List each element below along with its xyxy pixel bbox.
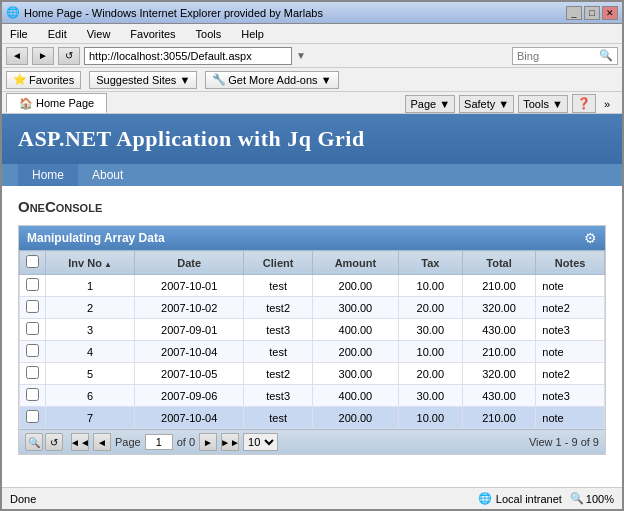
row-checkbox[interactable]	[20, 407, 46, 429]
close-button[interactable]: ✕	[602, 6, 618, 20]
page-content: ASP.NET Application with Jq Grid Home Ab…	[2, 114, 622, 487]
table-row[interactable]: 2 2007-10-02 test2 300.00 20.00 320.00 n…	[20, 297, 605, 319]
row-total: 210.00	[462, 407, 536, 429]
pager-page-input[interactable]	[145, 434, 173, 450]
row-notes: note	[536, 407, 605, 429]
pager-left-icons: 🔍 ↺	[25, 433, 63, 451]
page-heading: OneConsole	[18, 198, 606, 215]
suggested-sites-button[interactable]: Suggested Sites ▼	[89, 71, 197, 89]
pager-edit-icon[interactable]: ↺	[45, 433, 63, 451]
table-row[interactable]: 4 2007-10-04 test 200.00 10.00 210.00 no…	[20, 341, 605, 363]
row-checkbox[interactable]	[20, 275, 46, 297]
tools-menu[interactable]: Tools ▼	[518, 95, 568, 113]
grid-thead: Inv No▲ Date Client Amount Tax Total Not…	[20, 251, 605, 275]
row-client: test	[244, 275, 313, 297]
row-total: 430.00	[462, 319, 536, 341]
menu-file[interactable]: File	[6, 26, 32, 42]
app-nav: Home About	[2, 164, 622, 186]
row-date: 2007-10-05	[135, 363, 244, 385]
col-header-date[interactable]: Date	[135, 251, 244, 275]
zone-icon: 🌐	[478, 492, 492, 505]
row-notes: note3	[536, 319, 605, 341]
menu-edit[interactable]: Edit	[44, 26, 71, 42]
row-checkbox[interactable]	[20, 363, 46, 385]
menu-help[interactable]: Help	[237, 26, 268, 42]
row-notes: note2	[536, 363, 605, 385]
page-tools[interactable]: Page ▼	[405, 95, 455, 113]
nav-tab-about[interactable]: About	[78, 164, 137, 186]
table-row[interactable]: 1 2007-10-01 test 200.00 10.00 210.00 no…	[20, 275, 605, 297]
menu-view[interactable]: View	[83, 26, 115, 42]
row-checkbox[interactable]	[20, 319, 46, 341]
grid-options-icon[interactable]: ⚙	[584, 230, 597, 246]
row-tax: 30.00	[398, 385, 462, 407]
tab-label: Home Page	[36, 97, 94, 109]
grid-tbody: 1 2007-10-01 test 200.00 10.00 210.00 no…	[20, 275, 605, 429]
reload-button[interactable]: ↺	[58, 47, 80, 65]
col-header-invno[interactable]: Inv No▲	[46, 251, 135, 275]
zone-label: Local intranet	[496, 493, 562, 505]
row-tax: 10.00	[398, 275, 462, 297]
col-header-total[interactable]: Total	[462, 251, 536, 275]
table-row[interactable]: 6 2007-09-06 test3 400.00 30.00 430.00 n…	[20, 385, 605, 407]
browser-window: 🌐 Home Page - Windows Internet Explorer …	[0, 0, 624, 511]
pager-next-button[interactable]: ►	[199, 433, 217, 451]
status-bar: Done 🌐 Local intranet 🔍 100%	[2, 487, 622, 509]
pager-per-page-select[interactable]: 10 20 30	[243, 433, 278, 451]
pager-last-button[interactable]: ►►	[221, 433, 239, 451]
help-icon[interactable]: ❓	[572, 94, 596, 113]
grid-table: Inv No▲ Date Client Amount Tax Total Not…	[19, 250, 605, 429]
row-amount: 200.00	[312, 341, 398, 363]
minimize-button[interactable]: _	[566, 6, 582, 20]
table-row[interactable]: 5 2007-10-05 test2 300.00 20.00 320.00 n…	[20, 363, 605, 385]
window-title: Home Page - Windows Internet Explorer pr…	[24, 7, 566, 19]
row-invno: 2	[46, 297, 135, 319]
row-notes: note	[536, 275, 605, 297]
zoom-icon: 🔍	[570, 492, 584, 505]
row-checkbox[interactable]	[20, 385, 46, 407]
row-client: test2	[244, 297, 313, 319]
row-checkbox[interactable]	[20, 297, 46, 319]
menu-favorites[interactable]: Favorites	[126, 26, 179, 42]
col-header-tax[interactable]: Tax	[398, 251, 462, 275]
nav-tab-home[interactable]: Home	[18, 164, 78, 186]
get-addons-button[interactable]: 🔧 Get More Add-ons ▼	[205, 71, 338, 89]
row-amount: 300.00	[312, 363, 398, 385]
col-header-notes[interactable]: Notes	[536, 251, 605, 275]
row-invno: 7	[46, 407, 135, 429]
row-tax: 20.00	[398, 297, 462, 319]
row-checkbox[interactable]	[20, 341, 46, 363]
col-header-amount[interactable]: Amount	[312, 251, 398, 275]
row-tax: 10.00	[398, 341, 462, 363]
favorites-bar: ⭐ Favorites Suggested Sites ▼ 🔧 Get More…	[2, 68, 622, 92]
table-row[interactable]: 7 2007-10-04 test 200.00 10.00 210.00 no…	[20, 407, 605, 429]
pager-page-label: Page	[115, 436, 141, 448]
row-amount: 400.00	[312, 319, 398, 341]
pager-prev-button[interactable]: ◄	[93, 433, 111, 451]
pager-view-info: View 1 - 9 of 9	[529, 436, 599, 448]
row-total: 210.00	[462, 275, 536, 297]
browser-tab-home[interactable]: 🏠 Home Page	[6, 93, 107, 113]
favorites-button[interactable]: ⭐ Favorites	[6, 71, 81, 89]
search-icon[interactable]: 🔍	[599, 49, 613, 62]
menu-tools[interactable]: Tools	[192, 26, 226, 42]
col-header-client[interactable]: Client	[244, 251, 313, 275]
row-amount: 400.00	[312, 385, 398, 407]
address-input[interactable]	[84, 47, 292, 65]
pager-first-button[interactable]: ◄◄	[71, 433, 89, 451]
forward-button[interactable]: ►	[32, 47, 54, 65]
table-row[interactable]: 3 2007-09-01 test3 400.00 30.00 430.00 n…	[20, 319, 605, 341]
pager-add-icon[interactable]: 🔍	[25, 433, 43, 451]
select-all-checkbox[interactable]	[26, 255, 39, 268]
row-notes: note3	[536, 385, 605, 407]
search-input[interactable]	[517, 50, 597, 62]
row-date: 2007-09-01	[135, 319, 244, 341]
extra-icon[interactable]: »	[600, 96, 614, 112]
row-invno: 5	[46, 363, 135, 385]
maximize-button[interactable]: □	[584, 6, 600, 20]
row-date: 2007-10-01	[135, 275, 244, 297]
col-header-checkbox[interactable]	[20, 251, 46, 275]
back-button[interactable]: ◄	[6, 47, 28, 65]
row-notes: note2	[536, 297, 605, 319]
safety-tools[interactable]: Safety ▼	[459, 95, 514, 113]
